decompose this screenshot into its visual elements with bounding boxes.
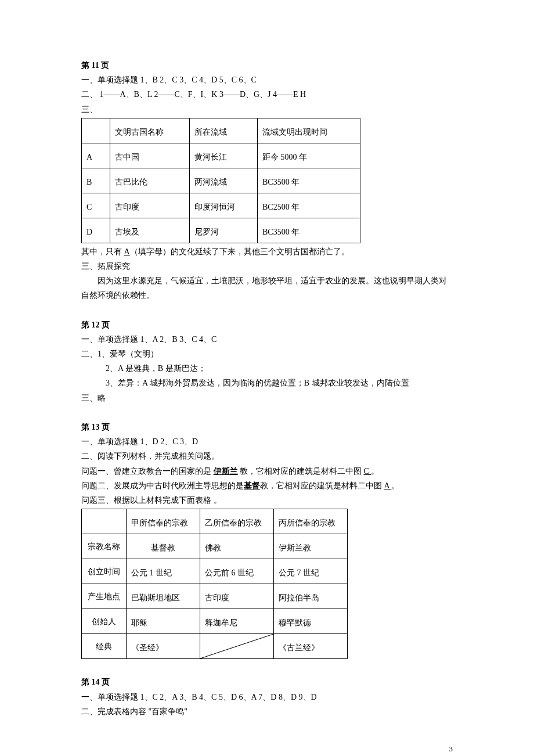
table-header-row: 文明古国名称 所在流域 流域文明出现时间 [82,118,360,143]
td: 穆罕默德 [274,609,348,634]
fill-blank: 伊斯兰 [214,467,238,476]
page12-line5: 三、略 [81,391,453,405]
table-row: 创立时间 公元 1 世纪 公元前 6 世纪 公元 7 世纪 [82,559,348,584]
mc-item: 2、A [160,693,177,701]
mc-item: 3、B [179,693,197,701]
page13-heading: 第 13 页 [81,420,453,434]
td: BC3500 年 [258,218,360,243]
td: 伊斯兰教 [274,534,348,559]
td: A [82,143,110,168]
match-prefix: 二、 [81,90,98,99]
td: 产生地点 [82,584,127,609]
diagonal-line-icon [200,634,273,658]
td: 释迦牟尼 [200,609,274,634]
match-item: 3——D、G、J [219,90,271,99]
table-row: D 古埃及 尼罗河 BC3500 年 [82,218,360,243]
page12-line2: 二、1、爱琴（文明） [81,347,453,361]
fill-blank: A [384,481,392,490]
page13-q1: 问题一、曾建立政教合一的国家的是 伊斯兰 教，它相对应的建筑是材料二中图 C 。 [81,464,453,478]
th [82,509,127,534]
td: 公元 7 世纪 [274,559,348,584]
page12-mc-line: 一、单项选择题 1、A 2、B 3、C 4、C [81,332,453,347]
text: 问题一、曾建立政教合一的国家的是 [81,467,214,476]
mc-item: 7、D [258,693,276,701]
page13-q2: 问题二、发展成为中古时代欧洲主导思想的是基督教，它相对应的建筑是材料二中图 A … [81,478,453,493]
svg-line-0 [200,634,273,658]
text: （填字母）的文化延续了下来，其他三个文明古国都消亡了。 [130,247,349,256]
page11-mc-line: 一、单项选择题 1、B 2、C 3、C 4、D 5、C 6、C [81,73,453,87]
mc-item: 1、A [140,335,158,344]
fill-blank: 基督 [244,481,260,490]
th: 乙所信奉的宗教 [200,509,274,534]
td: 基督教 [127,534,200,559]
page12-line4: 3、差异：A 城邦海外贸易发达，因为临海的优越位置；B 城邦农业较发达，内陆位置 [81,376,453,390]
th: 所在流域 [190,118,258,143]
td: 尼罗河 [190,218,258,243]
mc-item: 4、D [199,75,217,84]
fill-blank: A [124,247,130,256]
td: 宗教名称 [82,534,127,559]
text: 教，它相对应的建筑是材料二中图 [260,481,384,490]
td: 黄河长江 [190,143,258,168]
mc-item: 1、B [140,75,158,84]
page13-q3: 问题三、根据以上材料完成下面表格 。 [81,493,453,507]
mc-prefix: 一、单项选择题 [81,437,138,446]
text: 。 [371,467,379,476]
td: 公元 1 世纪 [127,559,200,584]
td: 印度河恒河 [190,193,258,218]
table-row: A 古中国 黄河长江 距今 5000 年 [82,143,360,168]
td: 《圣经》 [127,634,200,659]
td: 创立时间 [82,559,127,584]
page11-match-line: 二、 1——A、B、L 2——C、F、I、K 3——D、G、J 4——E H [81,87,453,102]
th: 丙所信奉的宗教 [274,509,348,534]
td: 古中国 [110,143,190,168]
table-row: 产生地点 巴勒斯坦地区 古印度 阿拉伯半岛 [82,584,348,609]
text: 。 [391,481,399,490]
table-row: 宗教名称 基督教 佛教 伊斯兰教 [82,534,348,559]
mc-item: 2、C [160,437,178,446]
match-item: 2——C、F、I、K [154,90,217,99]
mc-item: 4、C [199,335,217,344]
table-row: 经典 《圣经》 《古兰经》 [82,634,348,659]
text: 教，它相对应的建筑是材料二中图 [238,467,364,476]
mc-prefix: 一、单项选择题 [81,75,138,84]
td: 公元前 6 世纪 [200,559,274,584]
td: 佛教 [200,534,274,559]
page11-after-table-1: 其中，只有 A（填字母）的文化延续了下来，其他三个文明古国都消亡了。 [81,244,453,259]
th: 流域文明出现时间 [258,118,360,143]
mc-item: 1、C [140,693,158,701]
td: B [82,168,110,193]
mc-item: 2、C [160,75,177,84]
mc-item: 3、D [180,437,198,446]
fill-blank: C [364,467,371,476]
page12-heading: 第 12 页 [81,318,453,332]
td: 古巴比伦 [110,168,190,193]
td: 经典 [82,634,127,659]
th: 甲所信奉的宗教 [127,509,200,534]
mc-item: 4、C [199,693,217,701]
table-row: C 古印度 印度河恒河 BC2500 年 [82,193,360,218]
td: D [82,218,110,243]
td: 耶稣 [127,609,200,634]
td: 古印度 [110,193,190,218]
page11-after-table-2: 三、拓展探究 [81,259,453,273]
mc-item: 5、C [219,75,237,84]
table-header-row: 甲所信奉的宗教 乙所信奉的宗教 丙所信奉的宗教 [82,509,348,534]
match-item: 1——A、B、L [100,90,152,99]
th: 文明古国名称 [110,118,190,143]
mc-item: 5、D [219,693,237,701]
page13-line2: 二、阅读下列材料，并完成相关问题。 [81,449,453,463]
page13-table: 甲所信奉的宗教 乙所信奉的宗教 丙所信奉的宗教 宗教名称 基督教 佛教 伊斯兰教… [81,509,348,659]
mc-item: 1、D [140,437,158,446]
td: C [82,193,110,218]
mc-item: 3、C [179,335,197,344]
mc-item: 6、C [239,75,257,84]
page11-heading: 第 11 页 [81,58,453,73]
page14-heading: 第 14 页 [81,675,453,689]
td: 巴勒斯坦地区 [127,584,200,609]
mc-item: 3、C [179,75,197,84]
th [82,118,110,143]
mc-prefix: 一、单项选择题 [81,693,138,701]
td: 阿拉伯半岛 [274,584,348,609]
td: 《古兰经》 [274,634,348,659]
